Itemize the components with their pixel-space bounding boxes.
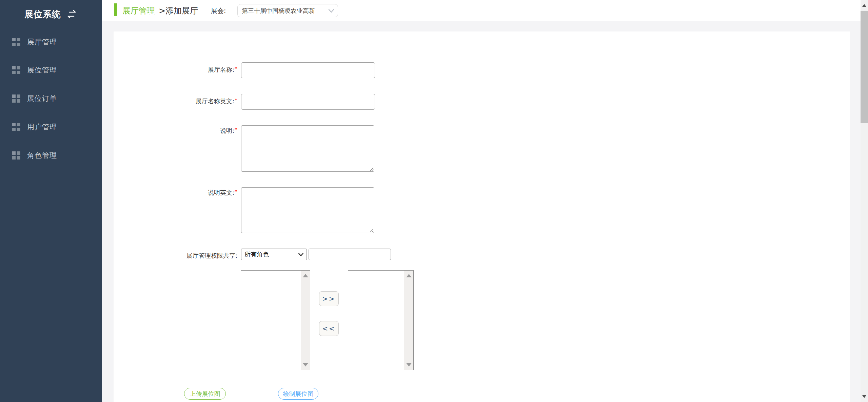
app-title-bar: 展位系统 bbox=[0, 7, 102, 21]
sidebar-scrollbar[interactable] bbox=[101, 21, 101, 169]
app-title: 展位系统 bbox=[24, 8, 61, 20]
swap-icon[interactable] bbox=[67, 10, 77, 18]
move-left-button[interactable]: << bbox=[319, 321, 339, 336]
selected-roles-listbox[interactable] bbox=[348, 270, 414, 370]
topbar: 展厅管理 >添加展厅 展会: 第三十届中国杨凌农业高新 bbox=[102, 0, 861, 21]
sidebar-item-booth-orders[interactable]: 展位订单 bbox=[0, 91, 102, 106]
chevron-down-icon bbox=[298, 253, 303, 256]
chevron-down-icon bbox=[328, 9, 334, 13]
breadcrumb-section-link[interactable]: 展厅管理 bbox=[122, 5, 155, 16]
upload-booth-map-button[interactable]: 上传展位图 bbox=[184, 388, 226, 400]
sidebar-item-label: 展位管理 bbox=[27, 65, 57, 75]
grid-icon bbox=[12, 66, 20, 74]
grid-icon bbox=[12, 123, 20, 131]
scroll-down-icon[interactable] bbox=[406, 363, 412, 366]
scrollbar-thumb[interactable] bbox=[861, 11, 868, 123]
listbox-scrollbar[interactable] bbox=[301, 271, 310, 370]
expo-select[interactable]: 第三十届中国杨凌农业高新 bbox=[237, 4, 338, 17]
breadcrumb-current: >添加展厅 bbox=[159, 5, 198, 16]
section-accent-bar bbox=[114, 3, 117, 16]
sidebar-item-label: 角色管理 bbox=[27, 151, 57, 160]
required-asterisk: * bbox=[235, 189, 237, 195]
grid-icon bbox=[12, 151, 20, 160]
expo-select-value: 第三十届中国杨凌农业高新 bbox=[242, 7, 331, 15]
sidebar-item-role-management[interactable]: 角色管理 bbox=[0, 148, 102, 163]
description-label: 说明:* bbox=[102, 127, 237, 135]
role-scope-select-value: 所有角色 bbox=[244, 250, 269, 258]
sidebar-item-label: 用户管理 bbox=[27, 122, 57, 132]
hall-name-label: 展厅名称:* bbox=[102, 66, 237, 74]
hall-name-en-label: 展厅名称英文:* bbox=[102, 97, 237, 105]
available-roles-listbox[interactable] bbox=[241, 270, 310, 370]
sidebar: 展位系统 展厅管理 展位管理 展位订单 用户管理 角色管理 bbox=[0, 0, 102, 402]
sidebar-item-booth-management[interactable]: 展位管理 bbox=[0, 63, 102, 78]
scroll-up-icon[interactable] bbox=[406, 274, 412, 277]
description-en-textarea[interactable] bbox=[241, 187, 374, 233]
required-asterisk: * bbox=[235, 127, 237, 133]
required-asterisk: * bbox=[235, 66, 237, 72]
scroll-up-icon[interactable] bbox=[303, 274, 308, 277]
scroll-up-button[interactable] bbox=[861, 0, 868, 11]
sidebar-item-label: 展厅管理 bbox=[27, 37, 57, 47]
permission-share-label: 展厅管理权限共享: bbox=[102, 252, 237, 260]
listbox-scrollbar[interactable] bbox=[404, 271, 413, 370]
vertical-scrollbar[interactable] bbox=[861, 0, 868, 402]
description-textarea[interactable] bbox=[241, 125, 374, 172]
role-search-input[interactable] bbox=[309, 249, 391, 260]
required-asterisk: * bbox=[235, 97, 237, 104]
form-card bbox=[114, 31, 850, 402]
draw-booth-map-button[interactable]: 绘制展位图 bbox=[278, 388, 318, 400]
role-scope-select[interactable]: 所有角色 bbox=[241, 249, 307, 260]
sidebar-item-user-management[interactable]: 用户管理 bbox=[0, 120, 102, 134]
hall-name-en-input[interactable] bbox=[241, 94, 375, 110]
sidebar-item-hall-management[interactable]: 展厅管理 bbox=[0, 35, 102, 49]
hall-name-input[interactable] bbox=[241, 62, 375, 78]
grid-icon bbox=[12, 38, 20, 46]
scroll-down-button[interactable] bbox=[861, 391, 868, 402]
sidebar-item-label: 展位订单 bbox=[27, 94, 57, 103]
move-right-button[interactable]: >> bbox=[319, 291, 339, 306]
scroll-down-icon[interactable] bbox=[303, 363, 308, 366]
expo-label: 展会: bbox=[211, 6, 226, 15]
description-en-label: 说明英文:* bbox=[102, 189, 237, 197]
grid-icon bbox=[12, 94, 20, 103]
